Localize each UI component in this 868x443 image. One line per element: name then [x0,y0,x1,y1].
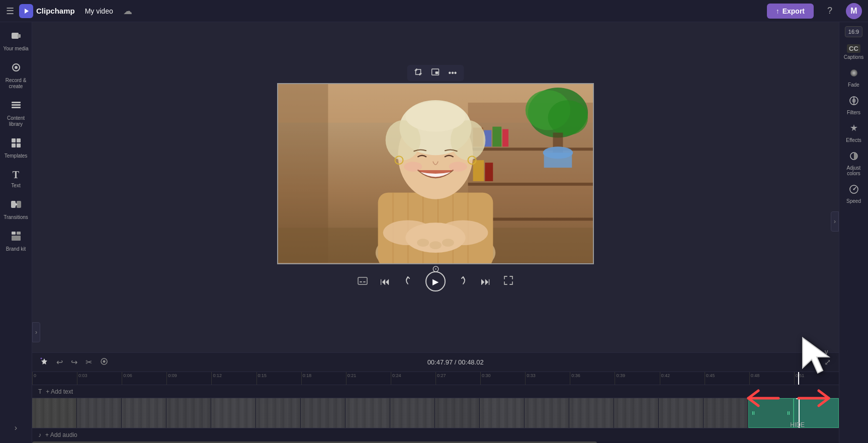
thumb-seg-selected: ⏸ ⏸ [748,398,794,428]
save-frame-button[interactable] [98,355,110,370]
ruler-mark: 0:30 [480,372,525,385]
hide-tracks-label[interactable]: HIDE [790,421,805,428]
timeline-timecode: 00:47.97 / 00:48.02 [427,358,484,366]
svg-rect-2 [12,33,19,39]
left-sidebar-collapse-button[interactable]: › [32,322,40,342]
effects-label: Effects [846,137,861,143]
zoom-out-button[interactable]: − [801,355,809,369]
thumb-seg [569,398,614,428]
transitions-icon [11,199,22,212]
right-collapse-button[interactable]: › [831,211,839,232]
ruler-mark: 0:21 [346,372,391,385]
audio-track[interactable]: ♪ + Add audio [32,428,839,441]
ruler-mark: 0:36 [570,372,615,385]
sidebar-label-transitions: Transitions [4,214,28,220]
adjust-colors-icon [849,151,859,164]
right-panel-fade[interactable]: Fade [840,65,867,91]
playback-controls: ⏮ ▶ ⏭ [357,271,514,291]
video-still [278,84,593,263]
right-panel-adjust-colors[interactable]: Adjustcolors [840,148,867,179]
text-track[interactable]: T + Add text [32,385,839,398]
left-sidebar: Your media Record &create Contentlibrary [0,22,32,443]
sidebar-label-record: Record &create [6,78,27,90]
ruler-mark: 0:51 [794,372,839,385]
forward-button[interactable] [458,275,469,288]
ruler-mark: 0:03 [77,372,122,385]
timeline-toolbar: ↩ ↪ ✂ 00:47.97 / 00:48.02 − + ⤢ [32,353,839,372]
svg-rect-7 [12,104,21,106]
subtitle-toggle-button[interactable] [357,275,368,288]
add-audio-label: + Add audio [45,431,77,438]
add-clip-button[interactable] [38,355,50,370]
svg-point-67 [442,239,454,247]
svg-point-74 [404,162,422,172]
thumb-seg [166,398,211,428]
record-icon [11,62,22,76]
speed-label: Speed [846,198,861,204]
crop-tool-button[interactable] [411,67,425,79]
cut-button[interactable]: ✂ [83,355,94,369]
templates-icon [11,137,22,151]
content-library-icon [11,100,22,113]
video-frame [277,83,594,264]
speed-icon [849,184,859,197]
video-title[interactable]: My video [80,5,118,17]
add-text-label: + Add text [46,388,73,395]
sidebar-item-templates[interactable]: Templates [1,133,31,163]
svg-rect-16 [12,232,16,235]
svg-point-5 [15,66,18,69]
svg-point-66 [429,241,442,249]
right-panel-effects[interactable]: Effects [840,120,867,146]
redo-button[interactable]: ↪ [69,355,79,369]
sidebar-item-brand-kit[interactable]: Brand kit [1,227,31,256]
right-panel-speed[interactable]: Speed [840,181,867,207]
svg-rect-44 [485,163,493,181]
topbar-left: ☰ Clipchamp My video ☁ [6,4,132,18]
pip-tool-button[interactable] [428,67,443,79]
avatar[interactable]: M [846,3,862,19]
audio-icon: ♪ [38,431,41,438]
help-icon[interactable]: ? [822,3,838,19]
export-button[interactable]: ↑ Export [767,4,814,19]
track-container: T + Add text [32,385,839,441]
video-track[interactable]: ⏸ ⏸ [32,398,839,428]
main-content: ••• [32,22,839,352]
sidebar-item-content-library[interactable]: Contentlibrary [1,96,31,131]
sidebar-expand-btn[interactable]: › [9,421,23,435]
ruler-playhead [798,372,799,385]
svg-rect-80 [363,281,366,282]
sidebar-item-your-media[interactable]: Your media [1,26,31,56]
ruler-mark: 0:33 [525,372,570,385]
right-panel-filters[interactable]: Filters [840,93,867,118]
timeline-collapse-button[interactable]: ∨ [824,348,829,356]
more-options-button[interactable]: ••• [446,67,460,79]
rotation-handle[interactable]: ⊙ [432,263,440,274]
svg-point-19 [850,69,857,77]
svg-rect-50 [544,153,572,168]
right-panel-captions[interactable]: CC Captions [840,41,867,63]
aspect-ratio-badge[interactable]: 16:9 [845,26,862,37]
video-preview-wrapper: ••• [277,83,594,264]
skip-forward-button[interactable]: ⏭ [481,276,491,287]
zoom-in-button[interactable]: + [812,355,820,369]
hamburger-icon[interactable]: ☰ [6,6,14,17]
preview-toolbar: ••• [407,65,464,81]
sidebar-item-record[interactable]: Record &create [1,58,31,94]
thumb-seg [390,398,435,428]
svg-point-75 [449,162,467,172]
skip-back-button[interactable]: ⏮ [380,276,390,287]
rewind-button[interactable] [402,275,413,288]
sidebar-item-transitions[interactable]: Transitions [1,195,31,225]
logo-area: Clipchamp [19,4,75,18]
expand-timeline-button[interactable]: ⤢ [822,355,833,369]
sidebar-label-templates: Templates [5,153,28,159]
sidebar-item-text[interactable]: T Text [1,165,31,193]
ruler-mark: 0:42 [660,372,705,385]
fullscreen-button[interactable] [503,275,514,288]
play-button[interactable]: ▶ [425,271,446,291]
video-thumbnails: ⏸ ⏸ [32,398,839,428]
svg-point-65 [417,239,429,247]
undo-button[interactable]: ↩ [54,355,65,369]
svg-rect-79 [360,281,362,282]
svg-rect-6 [12,102,21,103]
